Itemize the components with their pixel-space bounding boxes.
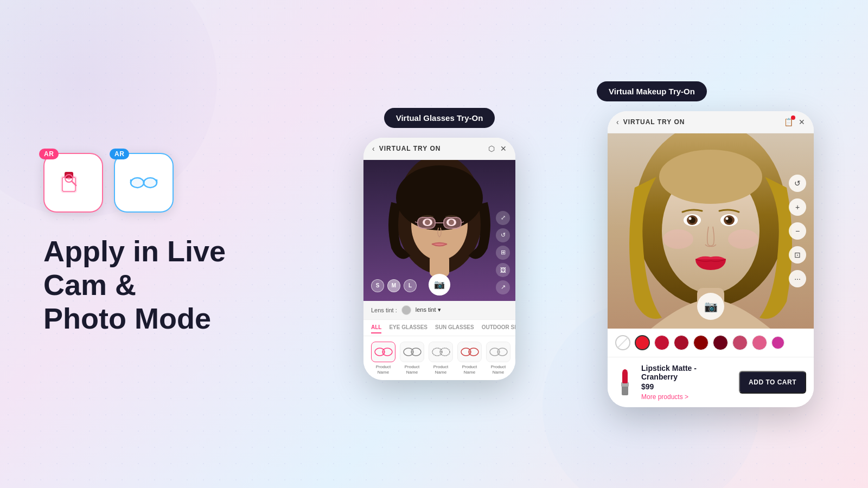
size-m[interactable]: M — [387, 279, 400, 292]
svg-rect-16 — [430, 255, 449, 277]
swatch-8[interactable] — [771, 336, 784, 349]
product-name-5: ProductName — [491, 364, 506, 375]
compare-icon[interactable]: ⊞ — [496, 246, 510, 260]
main-title: Apply in Live Cam & Photo Mode — [43, 234, 288, 335]
tab-eyeglasses[interactable]: EYE GLASSES — [389, 324, 427, 333]
lens-tint-bar: Lens tint : lens tint ▾ — [363, 301, 515, 320]
size-l[interactable]: L — [404, 279, 417, 292]
reset-icon[interactable]: ↺ — [789, 175, 806, 192]
svg-rect-58 — [622, 371, 628, 383]
svg-point-11 — [132, 179, 143, 187]
ar-badge-makeup: AR — [39, 149, 59, 159]
more-options-icon[interactable]: ··· — [789, 270, 806, 287]
add-to-cart-button[interactable]: ADD TO CART — [739, 371, 806, 394]
glasses-phone-mockup: ‹ VIRTUAL TRY ON ⬡ ✕ — [363, 138, 515, 380]
swatch-3[interactable] — [674, 335, 689, 350]
makeup-phone-mockup: ‹ VIRTUAL TRY ON 📋 ✕ — [608, 111, 814, 407]
glasses-camera-preview: ⤢ ↺ ⊞ 🖼 ↗ S M L 📷 — [363, 160, 515, 301]
left-section: AR AR — [43, 153, 288, 335]
product-grid: Product Name ProductName ProductName — [363, 336, 515, 380]
product-name-text: Lipstick Matte - Cranberry — [641, 364, 732, 381]
tab-sunglasses[interactable]: SUN GLASSES — [435, 324, 474, 333]
close-icon[interactable]: ✕ — [500, 144, 507, 153]
svg-point-53 — [663, 229, 693, 249]
swatch-4[interactable] — [693, 335, 709, 350]
zoom-out-icon[interactable]: − — [789, 222, 806, 240]
glasses-tryon-section: Virtual Glasses Try-On ‹ VIRTUAL TRY ON … — [309, 108, 570, 380]
list-item[interactable]: Ph... — [515, 342, 515, 375]
product-price: $99 — [641, 382, 732, 391]
capture-button[interactable]: 📷 — [429, 274, 450, 296]
swatch-1[interactable] — [635, 335, 650, 350]
makeup-label: Virtual Makeup Try-On — [597, 81, 707, 101]
list-item[interactable]: ProductName — [457, 342, 482, 375]
product-name-1: Product Name — [371, 364, 395, 375]
svg-point-54 — [728, 229, 758, 249]
refresh-icon[interactable]: ↺ — [496, 228, 510, 242]
list-item[interactable]: ProductName — [400, 342, 424, 375]
makeup-tryon-section: Virtual Makeup Try-On ‹ VIRTUAL TRY ON 📋… — [597, 81, 825, 407]
lens-tint-value[interactable]: lens tint ▾ — [416, 306, 441, 313]
makeup-side-controls: ↺ + − ⊡ ··· — [789, 175, 806, 287]
makeup-icon — [57, 166, 90, 199]
more-products-link[interactable]: More products > — [641, 393, 732, 401]
share-icon[interactable]: ⬡ — [488, 144, 495, 153]
split-view-icon[interactable]: ⊡ — [789, 246, 806, 264]
glasses-phone-title: VIRTUAL TRY ON — [379, 145, 441, 152]
tab-outdoor[interactable]: OUTDOOR SPORTS — [482, 324, 515, 333]
product-img-4 — [457, 342, 482, 362]
glasses-phone-header: ‹ VIRTUAL TRY ON ⬡ ✕ — [363, 138, 515, 160]
svg-point-44 — [659, 150, 762, 204]
swatch-none[interactable] — [615, 335, 630, 350]
lipstick-icon — [615, 367, 635, 397]
size-controls: S M L — [371, 279, 417, 292]
product-img-1 — [371, 342, 395, 362]
ar-makeup-icon-card[interactable]: AR — [43, 153, 103, 213]
svg-rect-22 — [444, 217, 461, 228]
swatch-6[interactable] — [732, 335, 748, 350]
makeup-back-arrow[interactable]: ‹ — [616, 118, 619, 126]
document-icon[interactable]: 📋 — [784, 118, 793, 126]
tint-swatch[interactable] — [401, 305, 411, 315]
gallery-icon[interactable]: 🖼 — [496, 263, 510, 277]
glasses-header-icons: ⬡ ✕ — [488, 144, 507, 153]
list-item[interactable]: Product Name — [371, 342, 395, 375]
zoom-in-icon[interactable]: + — [789, 198, 806, 216]
list-item[interactable]: ProductName — [486, 342, 510, 375]
product-name-4: ProductName — [462, 364, 477, 375]
expand-icon[interactable]: ⤢ — [496, 211, 510, 225]
svg-rect-21 — [418, 217, 435, 228]
makeup-header-icons: 📋 ✕ — [784, 118, 805, 126]
list-item[interactable]: ProductName — [429, 342, 453, 375]
product-name-3: ProductName — [433, 364, 449, 375]
product-tabs: ALL EYE GLASSES SUN GLASSES OUTDOOR SPOR… — [363, 320, 515, 336]
share-icon-right[interactable]: ↗ — [496, 280, 510, 294]
back-arrow-icon[interactable]: ‹ — [372, 144, 375, 153]
makeup-phone-header: ‹ VIRTUAL TRY ON 📋 ✕ — [608, 111, 814, 133]
makeup-capture-button[interactable]: 📷 — [697, 293, 724, 320]
makeup-phone-title: VIRTUAL TRY ON — [623, 118, 685, 126]
glasses-label: Virtual Glasses Try-On — [384, 108, 495, 128]
ar-badge-glasses: AR — [110, 149, 129, 159]
lipstick-preview — [615, 367, 635, 397]
product-img-2 — [400, 342, 424, 362]
color-swatches — [608, 329, 814, 357]
makeup-camera-preview: ↺ + − ⊡ ··· 📷 — [608, 133, 814, 329]
capture-btn-row: 📷 — [429, 274, 450, 296]
glasses-icon — [127, 166, 160, 199]
camera-controls: ⤢ ↺ ⊞ 🖼 ↗ — [496, 211, 510, 294]
swatch-2[interactable] — [654, 335, 669, 350]
svg-point-15 — [396, 165, 483, 230]
swatch-7[interactable] — [752, 335, 767, 350]
swatch-5[interactable] — [713, 335, 728, 350]
tab-all[interactable]: ALL — [371, 324, 381, 333]
svg-point-51 — [689, 217, 692, 220]
makeup-close-icon[interactable]: ✕ — [799, 118, 805, 126]
product-info-bar: Lipstick Matte - Cranberry $99 More prod… — [608, 357, 814, 407]
size-s[interactable]: S — [371, 279, 384, 292]
ar-glasses-icon-card[interactable]: AR — [114, 153, 174, 213]
svg-point-52 — [726, 217, 729, 220]
product-img-6 — [515, 342, 515, 362]
svg-point-5 — [67, 177, 71, 180]
lens-tint-label: Lens tint : — [371, 307, 397, 313]
